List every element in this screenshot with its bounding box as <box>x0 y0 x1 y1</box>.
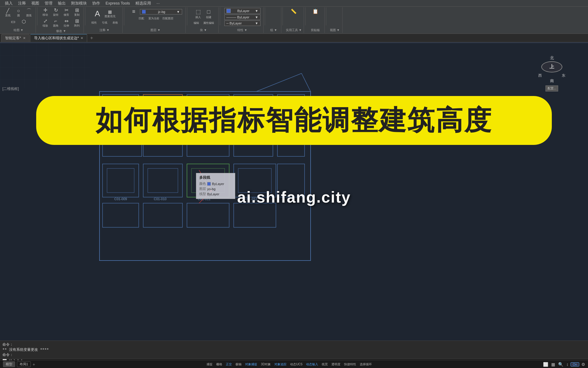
toolbar-group-draw: ╱ 直线 ○ 圆 ⌒ 圆弧 ▭ ⬡ 绘图 ▼ <box>1 7 36 33</box>
snap-btn[interactable]: 捕捉 <box>205 362 214 367</box>
settings-icon-btn[interactable]: ⚙ <box>580 362 586 367</box>
text-btn[interactable]: A <box>92 8 102 20</box>
otrack-btn[interactable]: 对象追踪 <box>273 362 288 367</box>
on-label[interactable]: On <box>571 362 579 366</box>
model-tab[interactable]: 模型 <box>3 361 15 367</box>
modify-scale-btn[interactable]: ⤢ 缩放 <box>40 18 50 28</box>
compass-config-btn[interactable]: 配置... <box>545 85 558 91</box>
tooltip-linetype-value: ByLayer <box>207 192 219 196</box>
menu-express[interactable]: Express Tools <box>103 1 132 6</box>
compass-south-label: 南 <box>550 78 554 84</box>
scale-icon: ⤢ <box>43 19 47 24</box>
linetype-dropdown[interactable]: ——— ByLayer ▼ <box>224 14 261 20</box>
dim-leader-btn[interactable]: 引线 <box>100 20 109 25</box>
tooltip-color-label: 颜色 <box>199 181 206 186</box>
table-btn[interactable]: 表格 <box>110 20 120 25</box>
tab-1-label: 导入核心区和现状生成近边* <box>34 36 79 41</box>
tooltip-popup: 多段线 颜色 ByLayer 图层 yo-bg 线型 ByLayer <box>196 173 235 199</box>
svg-line-3 <box>302 73 311 91</box>
toolbar: ╱ 直线 ○ 圆 ⌒ 圆弧 ▭ ⬡ 绘图 ▼ ✛ <box>0 7 588 34</box>
draw-circle-btn[interactable]: ○ 圆 <box>14 8 23 18</box>
ortho-btn[interactable]: 正交 <box>224 362 233 367</box>
block-attr-btn[interactable]: 属性编辑 <box>202 21 215 26</box>
menu-annotate[interactable]: 注释 <box>16 0 28 6</box>
grid-btn[interactable]: 栅格 <box>215 362 224 367</box>
draw-poly-btn[interactable]: ⬡ <box>19 19 29 25</box>
tab-add-btn[interactable]: + <box>88 34 95 42</box>
match-layer-btn[interactable]: 匹配 <box>137 16 146 21</box>
menu-output[interactable]: 输出 <box>55 0 68 6</box>
tab-0-close[interactable]: ✕ <box>23 36 26 40</box>
tooltip-color-value: ByLayer <box>212 182 224 186</box>
color-dropdown[interactable]: ByLayer ▼ <box>224 8 261 14</box>
zoom-icon-btn[interactable]: 🔍 <box>557 362 564 367</box>
dynucs-btn[interactable]: 动态UCS <box>289 362 304 367</box>
modify-fillet-btn[interactable]: ⌐ 圆角 <box>51 18 61 28</box>
layer-dropdown[interactable]: jz-bg ▼ <box>140 9 182 14</box>
menu-insert[interactable]: 插入 <box>2 0 15 6</box>
menu-collab[interactable]: 协作 <box>90 0 103 6</box>
layout-icon-btn[interactable]: ▦ <box>550 362 556 367</box>
tab-0[interactable]: 智能定客* ✕ <box>1 34 30 42</box>
layout1-tab[interactable]: 布局1 <box>17 361 31 367</box>
make-current-btn[interactable]: 置为当前 <box>147 16 160 21</box>
group-group-label: 组 ▼ <box>270 28 277 32</box>
paste-btn[interactable]: 📋 <box>311 8 320 15</box>
separator-5 <box>220 7 220 25</box>
status-left: 模型 布局1 + <box>2 361 36 367</box>
layer-group-label: 图层 ▼ <box>150 28 160 32</box>
modify-stretch-btn[interactable]: ⇔ 拉伸 <box>62 18 71 28</box>
draw-line-btn[interactable]: ╱ 直线 <box>3 8 13 18</box>
annotate-scale-btn[interactable]: ↕ <box>565 362 569 367</box>
lineweight-arrow-icon: ▼ <box>255 21 258 25</box>
polar-btn[interactable]: 极轴 <box>234 362 243 367</box>
block-create-btn[interactable]: □ 创建 <box>204 8 213 20</box>
add-layout-btn[interactable]: + <box>31 362 36 367</box>
svg-text:C01-010: C01-010 <box>154 197 166 201</box>
copy-icon: ⊞ <box>75 8 79 13</box>
toolbar-group-modify: ✛ 移动 ↻ 旋转 ✂ 修剪 ⊞ 复制 ⤢ 缩放 ⌐ 圆角 <box>39 7 84 33</box>
trans-btn[interactable]: 透明度 <box>330 362 342 367</box>
menu-addons[interactable]: 附加模块 <box>69 0 89 6</box>
layer-manager-btn[interactable]: ≡ <box>129 8 139 15</box>
paste-icon: 📋 <box>312 8 318 14</box>
modify-move-btn[interactable]: ✛ 移动 <box>40 7 50 18</box>
measure-btn[interactable]: 📏 <box>289 8 299 15</box>
svg-rect-21 <box>103 164 139 197</box>
3dosnap-btn[interactable]: 3D对象 <box>259 362 272 367</box>
hatch-btn[interactable]: ▦ 图案填充 <box>103 9 117 19</box>
modify-trim-btn[interactable]: ✂ 修剪 <box>62 7 71 18</box>
qp-btn[interactable]: 快捷特性 <box>343 362 358 367</box>
canvas-area[interactable]: [二维线框] C01-001 C01-002 C01-003 C01- <box>0 43 588 341</box>
lw-btn[interactable]: 线宽 <box>320 362 329 367</box>
model-icon-btn[interactable]: ⬜ <box>542 362 549 367</box>
draw-arc-btn[interactable]: ⌒ 圆弧 <box>24 8 34 18</box>
block-insert-btn[interactable]: ⬚ 插入 <box>193 8 203 20</box>
modify-copy-btn[interactable]: ⊞ 复制 <box>72 7 82 18</box>
modify-array-btn[interactable]: ⊞ 阵列 <box>72 18 82 28</box>
tab-1[interactable]: 导入核心区和现状生成近边* ✕ <box>30 34 87 42</box>
menu-more[interactable]: ··· <box>154 1 162 6</box>
draw-rect-btn[interactable]: ▭ <box>8 19 18 25</box>
block-edit-btn[interactable]: 编辑 <box>191 21 201 26</box>
lineweight-dropdown[interactable]: ─ ByLayer ▼ <box>224 21 261 26</box>
linetype-arrow-icon: ▼ <box>255 15 258 19</box>
match-layer2-btn[interactable]: 匹配图层 <box>161 16 175 21</box>
create-icon: □ <box>207 9 210 15</box>
dynin-btn[interactable]: 动态输入 <box>305 362 320 367</box>
dim-linear-btn[interactable]: 线性 <box>89 20 99 25</box>
tooltip-row-layer: 图层 yo-bg <box>199 187 232 191</box>
layer-color-swatch <box>142 10 146 14</box>
menu-manage[interactable]: 管理 <box>42 0 55 6</box>
svg-rect-35 <box>187 203 229 227</box>
modify-rotate-btn[interactable]: ↻ 旋转 <box>51 7 61 18</box>
osnap-btn[interactable]: 对象捕捉 <box>244 362 259 367</box>
tab-1-close[interactable]: ✕ <box>81 36 83 40</box>
menu-view[interactable]: 视图 <box>29 0 42 6</box>
svg-rect-25 <box>148 168 178 193</box>
sc-btn[interactable]: 选择循环 <box>358 362 373 367</box>
block-group-label: 块 ▼ <box>200 28 207 32</box>
tooltip-layer-label: 图层 <box>199 187 206 191</box>
menu-featured[interactable]: 精选应用 <box>133 0 153 6</box>
poly-icon: ⬡ <box>22 19 26 24</box>
